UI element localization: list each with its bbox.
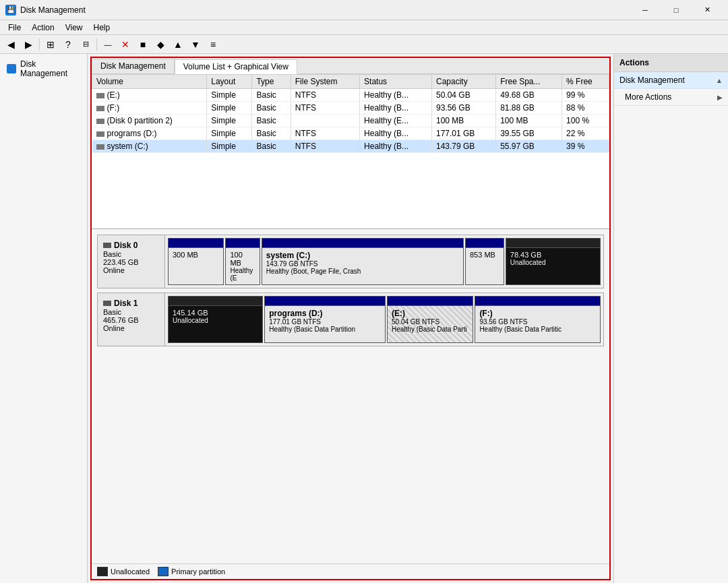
col-pctfree[interactable]: % Free xyxy=(562,75,609,89)
disk-0-partition-3[interactable]: 853 MB xyxy=(465,238,504,285)
view-button[interactable]: ⊞ xyxy=(42,37,59,52)
table-row-0[interactable]: (E:) Simple Basic NTFS Healthy (B... 50.… xyxy=(92,89,609,102)
table-row-2[interactable]: (Disk 0 partition 2) Simple Basic Health… xyxy=(92,115,609,127)
nav-disk-management[interactable]: Disk Management xyxy=(3,57,84,81)
delete-button[interactable]: ✕ xyxy=(117,37,133,52)
disk-0-icon xyxy=(103,243,111,248)
col-capacity[interactable]: Capacity xyxy=(431,75,495,89)
disk-1-part1-body: programs (D:) 177.01 GB NTFS Healthy (Ba… xyxy=(265,306,385,342)
cell-type-3: Basic xyxy=(252,127,291,140)
cell-type-0: Basic xyxy=(252,89,291,102)
col-filesystem[interactable]: File System xyxy=(291,75,359,89)
cell-status-0: Healthy (B... xyxy=(360,89,432,102)
vol-icon-1 xyxy=(96,106,104,111)
cell-layout-1: Simple xyxy=(207,102,252,115)
extend-button[interactable]: ◆ xyxy=(152,37,169,52)
disk-1-partition-1[interactable]: programs (D:) 177.01 GB NTFS Healthy (Ba… xyxy=(264,296,386,343)
actions-disk-management[interactable]: Disk Management ▲ xyxy=(614,72,728,89)
disk-1-partition-3[interactable]: (F:) 93.56 GB NTFS Healthy (Basic Data P… xyxy=(475,296,601,343)
disk-1-part3-header xyxy=(475,297,600,306)
table-row-3[interactable]: programs (D:) Simple Basic NTFS Healthy … xyxy=(92,127,609,140)
back-button[interactable]: ◀ xyxy=(3,37,19,52)
disk-1-partition-2[interactable]: (E:) 50.04 GB NTFS Healthy (Basic Data P… xyxy=(387,296,473,343)
disk-0-part3-body: 853 MB xyxy=(466,248,504,284)
volume-table: Volume Layout Type File System Status Ca… xyxy=(92,74,609,153)
disk-0-partition-1[interactable]: 100 MB Healthy (E xyxy=(225,238,260,285)
format-button[interactable]: ■ xyxy=(135,37,151,52)
connect-button[interactable]: — xyxy=(100,37,116,52)
cell-capacity-3: 177.01 GB xyxy=(431,127,495,140)
cell-status-4: Healthy (B... xyxy=(360,140,432,153)
add-button[interactable]: ▼ xyxy=(187,37,204,52)
legend-unallocated-label: Unallocated xyxy=(111,567,150,576)
disk-0-part2-header xyxy=(262,239,463,248)
cell-type-2: Basic xyxy=(252,115,291,127)
cell-capacity-2: 100 MB xyxy=(431,115,495,127)
main-layout: Disk Management Disk Management Volume L… xyxy=(0,54,728,583)
disk-1-partition-0[interactable]: 145.14 GB Unallocated xyxy=(168,296,263,343)
tab-volume-list[interactable]: Volume List + Graphical View xyxy=(175,59,297,74)
title-bar: 💾 Disk Management ─ □ ✕ xyxy=(0,0,728,20)
cell-status-1: Healthy (B... xyxy=(360,102,432,115)
properties-button[interactable]: ⊟ xyxy=(78,37,94,52)
vol-icon-0 xyxy=(96,93,104,98)
window-title: Disk Management xyxy=(20,5,630,15)
maximize-button[interactable]: □ xyxy=(661,0,692,20)
disk-1-name: Disk 1 xyxy=(103,299,159,308)
help-button[interactable]: ? xyxy=(60,37,76,52)
disk-0-part4-body: 78.43 GB Unallocated xyxy=(506,248,600,284)
app-icon: 💾 xyxy=(5,5,16,16)
col-type[interactable]: Type xyxy=(252,75,291,89)
cell-layout-4: Simple xyxy=(207,140,252,153)
legend-primary-box xyxy=(158,567,169,576)
left-nav: Disk Management xyxy=(0,54,88,583)
disk-1-size: 465.76 GB xyxy=(103,316,159,324)
minimize-button[interactable]: ─ xyxy=(630,0,661,20)
cell-volume-1: (F:) xyxy=(92,102,207,115)
close-button[interactable]: ✕ xyxy=(692,0,723,20)
table-row-4[interactable]: system (C:) Simple Basic NTFS Healthy (B… xyxy=(92,140,609,153)
cell-capacity-1: 93.56 GB xyxy=(431,102,495,115)
cell-fs-3: NTFS xyxy=(291,127,359,140)
actions-panel: Actions Disk Management ▲ More Actions ▶ xyxy=(613,54,728,583)
disk-0-part1-header xyxy=(226,239,259,248)
content-area: Disk Management Volume List + Graphical … xyxy=(90,57,611,580)
disk-0-partition-2[interactable]: system (C:) 143.79 GB NTFS Healthy (Boot… xyxy=(262,238,464,285)
cell-volume-4: system (C:) xyxy=(92,140,207,153)
table-row-1[interactable]: (F:) Simple Basic NTFS Healthy (B... 93.… xyxy=(92,102,609,115)
cell-capacity-0: 50.04 GB xyxy=(431,89,495,102)
rescan-button[interactable]: ≡ xyxy=(205,37,221,52)
col-status[interactable]: Status xyxy=(360,75,432,89)
menu-help[interactable]: Help xyxy=(88,22,116,34)
menu-view[interactable]: View xyxy=(60,22,88,34)
cell-layout-2: Simple xyxy=(207,115,252,127)
disk-0-part0-header xyxy=(169,239,223,248)
cell-layout-0: Simple xyxy=(207,89,252,102)
cell-pct-0: 99 % xyxy=(562,89,609,102)
disk-0-part3-header xyxy=(466,239,504,248)
cell-fs-0: NTFS xyxy=(291,89,359,102)
vol-icon-2 xyxy=(96,119,104,124)
forward-button[interactable]: ▶ xyxy=(20,37,36,52)
disk-0-partition-0[interactable]: 300 MB xyxy=(168,238,224,285)
expand-icon-0: ▲ xyxy=(716,77,723,84)
cell-status-3: Healthy (B... xyxy=(360,127,432,140)
disk-1-part2-body: (E:) 50.04 GB NTFS Healthy (Basic Data P… xyxy=(388,306,473,342)
shrink-button[interactable]: ▲ xyxy=(170,37,186,52)
actions-more-actions[interactable]: More Actions ▶ xyxy=(614,89,728,106)
menu-bar: File Action View Help xyxy=(0,20,728,35)
legend-primary-label: Primary partition xyxy=(171,567,225,576)
menu-action[interactable]: Action xyxy=(26,22,59,34)
actions-more-label: More Actions xyxy=(625,92,671,102)
disk-0-name: Disk 0 xyxy=(103,241,159,250)
graphical-view: Disk 0 Basic 223.45 GB Online 300 MB xyxy=(92,229,609,563)
tab-disk-management[interactable]: Disk Management xyxy=(92,59,175,73)
col-freespace[interactable]: Free Spa... xyxy=(496,75,562,89)
volume-table-container: Volume Layout Type File System Status Ca… xyxy=(92,74,609,229)
disk-0-partition-4[interactable]: 78.43 GB Unallocated xyxy=(506,238,601,285)
menu-file[interactable]: File xyxy=(3,22,26,34)
vol-icon-3 xyxy=(96,131,104,137)
col-layout[interactable]: Layout xyxy=(207,75,252,89)
col-volume[interactable]: Volume xyxy=(92,75,207,89)
actions-panel-header: Actions xyxy=(614,54,728,72)
